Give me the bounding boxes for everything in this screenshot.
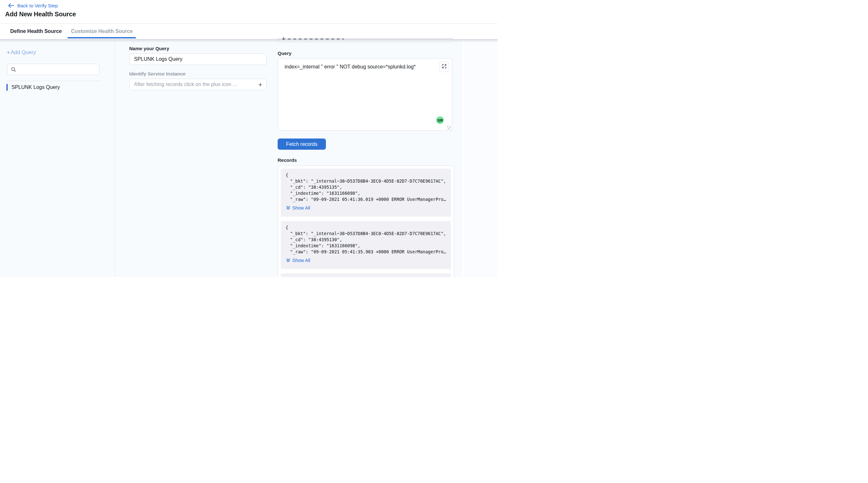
back-arrow-icon	[8, 3, 14, 8]
add-service-instance-button[interactable]: +	[256, 81, 265, 89]
tab-customize-health-source[interactable]: Customize Health Source	[71, 28, 133, 34]
plus-icon: +	[6, 50, 10, 55]
truncated-text-cursor	[283, 37, 284, 40]
query-config-column: Name your Query Identify Service Instanc…	[129, 46, 267, 90]
double-chevron-down-icon	[286, 258, 290, 263]
record-json-line: "_bkt": "_internal~38~D537D8B4-3EC0-4D5E…	[286, 178, 446, 184]
query-sidebar: + Add Query SPLUNK Logs Query	[0, 39, 115, 277]
tab-define-health-source[interactable]: Define Health Source	[10, 28, 62, 34]
name-query-label: Name your Query	[129, 46, 267, 51]
service-instance-label: Identify Service Instance	[129, 71, 267, 77]
back-link[interactable]: Back to Verify Step	[8, 3, 58, 8]
query-list-item[interactable]: SPLUNK Logs Query	[6, 84, 115, 91]
active-query-indicator	[6, 84, 8, 91]
double-chevron-down-icon	[286, 206, 290, 210]
page-title: Add New Health Source	[5, 10, 76, 18]
query-item-label: SPLUNK Logs Query	[11, 85, 60, 90]
record-json-open: {	[286, 224, 446, 231]
record-json-line: "_indextime": "1631166098",	[286, 243, 446, 249]
record-card-partial	[281, 273, 451, 277]
right-gutter-panel	[464, 39, 498, 277]
records-label: Records	[278, 157, 454, 163]
add-query-label: Add Query	[10, 49, 36, 55]
query-text: index=_internal " error " NOT debug sour…	[285, 64, 416, 70]
main-panel: + Add Query SPLUNK Logs Query Name your	[0, 39, 463, 277]
record-json-line: "_indextime": "1631166098",	[286, 190, 446, 197]
resize-grip-icon[interactable]	[447, 126, 451, 129]
record-json-open: {	[286, 172, 446, 178]
show-all-link[interactable]: Show All	[286, 205, 310, 210]
back-link-label: Back to Verify Step	[17, 3, 58, 8]
records-container: { "_bkt": "_internal~38~D537D8B4-3EC0-4D…	[278, 165, 454, 277]
char-count-badge: 100	[436, 116, 443, 124]
show-all-link[interactable]: Show All	[286, 258, 310, 263]
show-all-label: Show All	[292, 205, 310, 210]
record-card: { "_bkt": "_internal~38~D537D8B4-3EC0-4D…	[281, 221, 451, 269]
tab-customize-label: Customize Health Source	[71, 28, 133, 34]
tab-bar: Define Health Source Customize Health So…	[0, 24, 498, 39]
service-instance-field: +	[129, 77, 267, 90]
query-search-box	[7, 64, 99, 75]
record-json-line: "_raw": "09-09-2021 05:41:36.019 +0000 E…	[286, 197, 446, 203]
add-query-button[interactable]: + Add Query	[6, 49, 36, 55]
fetch-records-button[interactable]: Fetch records	[278, 139, 326, 150]
app-window: Back to Verify Step Add New Health Sourc…	[0, 0, 498, 277]
active-tab-indicator	[67, 37, 136, 38]
truncated-text-fragment	[282, 38, 344, 40]
expand-button[interactable]	[439, 61, 449, 72]
sidebar-divider	[6, 81, 101, 81]
query-label: Query	[278, 51, 454, 56]
record-json-line: "_cd": "38:4395130",	[286, 237, 446, 243]
search-input[interactable]	[18, 64, 97, 75]
service-instance-input[interactable]	[129, 79, 267, 90]
page-header: Back to Verify Step Add New Health Sourc…	[0, 0, 498, 24]
content-area: + Add Query SPLUNK Logs Query Name your	[0, 39, 498, 277]
record-card: { "_bkt": "_internal~38~D537D8B4-3EC0-4D…	[281, 169, 451, 216]
record-json-line: "_cd": "38:4395135",	[286, 184, 446, 190]
record-json-line: "_bkt": "_internal~38~D537D8B4-3EC0-4D5E…	[286, 231, 446, 237]
expand-icon	[442, 64, 447, 70]
query-results-column: Query index=_internal " error " NOT debu…	[278, 39, 454, 277]
truncated-field[interactable]	[278, 38, 452, 42]
query-editor[interactable]: index=_internal " error " NOT debug sour…	[278, 58, 452, 131]
query-name-input[interactable]	[129, 53, 267, 65]
show-all-label: Show All	[292, 258, 310, 263]
record-json-line: "_raw": "09-09-2021 05:41:35.983 +0000 E…	[286, 249, 446, 255]
